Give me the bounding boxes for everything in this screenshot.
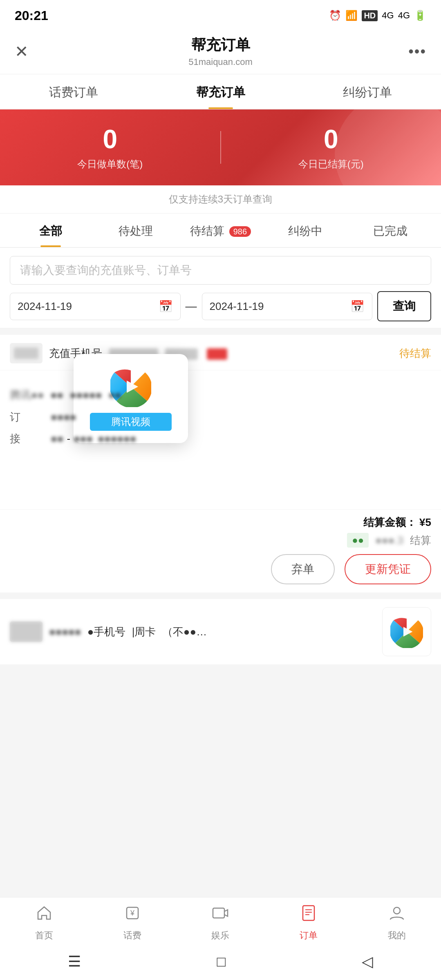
tab-jiufen[interactable]: 纠纷订单	[294, 74, 441, 109]
svg-rect-4	[213, 908, 224, 918]
tab-bangchong[interactable]: 帮充订单	[147, 74, 294, 109]
tab-huafei[interactable]: 话费订单	[0, 74, 147, 109]
start-date-value: 2024-11-19	[18, 300, 154, 313]
nav-mine[interactable]: 我的	[353, 904, 441, 942]
search-input-wrap[interactable]	[10, 256, 431, 285]
filter-dispute[interactable]: 纠纷中	[263, 214, 348, 247]
nav-yule-label: 娱乐	[211, 929, 229, 942]
order-1-buttons: 弃单 更新凭证	[10, 554, 431, 584]
row3-label: 接	[10, 430, 43, 448]
end-date-value: 2024-11-19	[210, 300, 346, 313]
order-list: 充值手机号 待结算	[0, 328, 441, 677]
calendar-start-icon: 📅	[159, 300, 173, 313]
start-date-field[interactable]: 2024-11-19 📅	[10, 293, 181, 320]
wifi-icon: 📶	[345, 10, 358, 21]
filter-all[interactable]: 全部	[8, 214, 93, 247]
stats-settled-label: 今日已结算(元)	[221, 158, 441, 171]
nav-home[interactable]: 首页	[0, 904, 88, 942]
more-button[interactable]: •••	[394, 43, 426, 60]
settle-status: ●●	[347, 533, 369, 548]
top-tabs: 话费订单 帮充订单 纠纷订单	[0, 74, 441, 109]
stats-banner: 0 今日做单数(笔) 0 今日已结算(元)	[0, 109, 441, 185]
date-row: 2024-11-19 📅 — 2024-11-19 📅 查询	[10, 291, 431, 321]
search-area: 2024-11-19 📅 — 2024-11-19 📅 查询	[0, 248, 441, 328]
home-button[interactable]: □	[217, 953, 226, 970]
nav-order[interactable]: 订单	[264, 904, 353, 942]
order-1-body: 腾讯●● ●● ●●●●● ●● 订 ●●●● 接 ●● - ●●● ●●●●●…	[0, 370, 441, 459]
avatar-blur	[14, 347, 38, 359]
order-2-text: ●●●●● ●手机号 |周卡 （不●●…	[49, 625, 382, 639]
order-icon	[300, 904, 318, 926]
order-2-service-icon	[382, 607, 431, 656]
row3-val1: ●●	[51, 430, 63, 448]
filter-completed[interactable]: 已完成	[348, 214, 433, 247]
row1-val3: ●●	[108, 387, 121, 404]
back-button[interactable]: ◁	[362, 953, 373, 970]
settlement-amount: 结算金额： ¥5	[10, 515, 431, 530]
nav-yule[interactable]: 娱乐	[177, 904, 265, 942]
stats-orders: 0 今日做单数(笔)	[0, 124, 220, 171]
order-1-status: 待结算	[399, 346, 431, 361]
row3-val3: ●●●●●●	[98, 430, 136, 448]
header-title-wrap: 帮充订单 51maiquan.com	[47, 35, 394, 67]
order2-sep: ●手机号	[87, 626, 126, 638]
svg-rect-5	[303, 906, 314, 920]
nav-home-label: 首页	[35, 929, 53, 942]
video-icon	[211, 904, 229, 926]
menu-button[interactable]: ☰	[68, 953, 81, 970]
settlement-badge: 986	[229, 226, 251, 237]
user-icon	[388, 904, 406, 926]
order-2-header: ●●●●● ●手机号 |周卡 （不●●…	[0, 599, 441, 664]
battery-icon: 🔋	[414, 10, 426, 21]
order2-phone: ●●●●●	[49, 626, 81, 638]
order-row-1: 腾讯●● ●● ●●●●● ●●	[10, 387, 431, 404]
settlement-row: ●● ●●●.3 结算	[10, 533, 431, 548]
filter-tabs: 全部 待处理 待结算 986 纠纷中 已完成	[0, 214, 441, 248]
svg-point-9	[394, 907, 400, 914]
nav-order-label: 订单	[300, 929, 318, 942]
notice-text: 仅支持连续3天订单查询	[0, 185, 441, 214]
close-button[interactable]: ✕	[15, 42, 47, 61]
filter-pending[interactable]: 待处理	[93, 214, 178, 247]
stats-orders-value: 0	[0, 124, 220, 154]
home-icon	[35, 904, 53, 926]
signal-icon: 4G	[382, 10, 394, 21]
row2-val: ●●●●	[51, 409, 76, 426]
settle-label: 结算	[410, 533, 431, 548]
end-date-field[interactable]: 2024-11-19 📅	[202, 293, 373, 320]
hd-icon: HD	[362, 10, 378, 21]
bottom-nav: 首页 ¥ 话费 娱乐	[0, 897, 441, 980]
query-button[interactable]: 查询	[377, 291, 431, 321]
system-bar: ☰ □ ◁	[0, 946, 441, 980]
search-input[interactable]	[20, 264, 421, 277]
status-icons: ⏰ 📶 HD 4G 4G 🔋	[329, 10, 426, 21]
tag-blur	[207, 348, 227, 360]
nav-huafei[interactable]: ¥ 话费	[88, 904, 177, 942]
order-1-body-section: 腾讯视频 腾讯●● ●● ●●●●● ●● 订 ●●●● 接 ●● -	[0, 370, 441, 509]
tencent-label: 腾讯视频	[90, 413, 172, 431]
row1-val1: ●●	[50, 387, 63, 404]
stats-settled-value: 0	[221, 124, 441, 154]
nav-huafei-label: 话费	[123, 929, 141, 942]
order-1-footer: 结算金额： ¥5 ●● ●●●.3 结算 弃单 更新凭证	[0, 509, 441, 592]
order-row-3: 接 ●● - ●●● ●●●●●●	[10, 430, 431, 448]
order-card-2: ●●●●● ●手机号 |周卡 （不●●…	[0, 599, 441, 664]
status-time: 20:21	[15, 8, 48, 23]
row1-label: 腾讯●●	[10, 387, 44, 404]
filter-settlement[interactable]: 待结算 986	[178, 214, 263, 247]
order2-extra: （不●●…	[162, 626, 207, 638]
stats-orders-label: 今日做单数(笔)	[0, 158, 220, 171]
order-card-1: 充值手机号 待结算	[0, 335, 441, 592]
alarm-icon: ⏰	[329, 10, 341, 21]
status-bar: 20:21 ⏰ 📶 HD 4G 4G 🔋	[0, 0, 441, 29]
settle-val: ●●●.3	[375, 534, 403, 547]
abandon-button[interactable]: 弃单	[271, 554, 335, 584]
date-separator: —	[186, 300, 197, 313]
svg-text:¥: ¥	[130, 909, 135, 917]
stats-settled: 0 今日已结算(元)	[221, 124, 441, 171]
page-title: 帮充订单	[47, 35, 394, 55]
nav-mine-label: 我的	[388, 929, 406, 942]
calendar-end-icon: 📅	[350, 300, 365, 313]
update-credential-button[interactable]: 更新凭证	[345, 554, 431, 584]
order-row-2: 订 ●●●●	[10, 409, 431, 426]
